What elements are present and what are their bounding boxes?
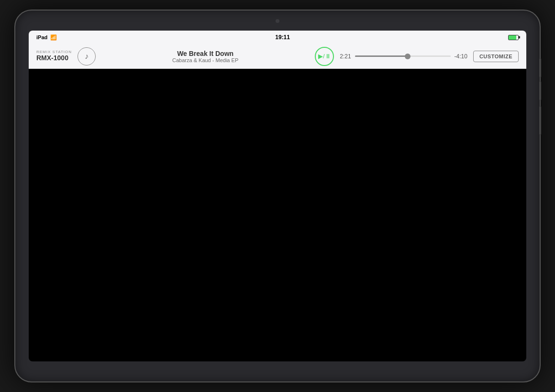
music-library-button[interactable]: ♪ (78, 47, 96, 65)
ipad-screen: iPad 📶 19:11 REMIX STATION RMX-1000 ♪ We… (29, 31, 526, 361)
battery-icon (508, 35, 519, 40)
side-button-lock[interactable] (539, 106, 541, 135)
app-header: REMIX STATION RMX-1000 ♪ We Break It Dow… (29, 44, 526, 69)
time-elapsed: 2:21 (340, 53, 351, 60)
track-subtitle: Cabarza & Kaud - Media EP (172, 57, 238, 63)
progress-area: 2:21 -4:10 (340, 53, 467, 60)
status-left: iPad 📶 (36, 34, 57, 41)
progress-fill (355, 55, 408, 57)
wifi-icon: 📶 (50, 34, 57, 41)
brand-main: RMX-1000 (36, 54, 72, 62)
side-button-volume-up[interactable] (539, 58, 541, 77)
track-info: We Break It Down Cabarza & Kaud - Media … (101, 50, 309, 63)
music-icon: ♪ (85, 52, 89, 61)
rmx-logo: REMIX STATION RMX-1000 (36, 50, 72, 62)
track-title: We Break It Down (177, 50, 233, 57)
ipad-camera (276, 19, 279, 23)
time-remaining: -4:10 (455, 53, 467, 60)
battery-fill (509, 35, 516, 40)
status-bar: iPad 📶 19:11 (29, 31, 526, 44)
customize-button[interactable]: CUSTOMIZE (473, 51, 519, 62)
status-right (508, 35, 519, 40)
ipad-label: iPad (36, 34, 47, 40)
progress-thumb (405, 54, 411, 59)
progress-bar[interactable] (355, 55, 451, 57)
side-button-volume-down[interactable] (539, 81, 541, 100)
play-pause-button[interactable]: ▶/⏸ (315, 47, 334, 66)
status-time: 19:11 (275, 34, 290, 41)
ipad-frame: iPad 📶 19:11 REMIX STATION RMX-1000 ♪ We… (14, 10, 541, 382)
